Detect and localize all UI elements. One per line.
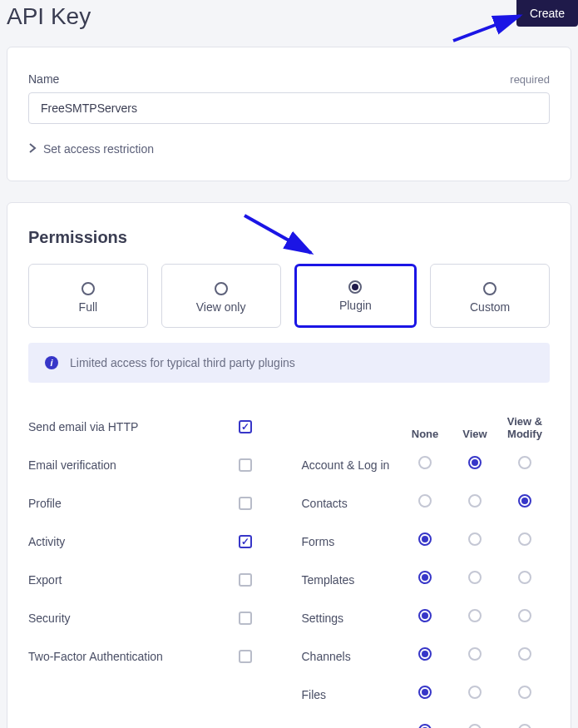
- radio-view_modify[interactable]: [518, 724, 531, 728]
- radio-icon: [483, 282, 496, 295]
- tab-label: Full: [29, 300, 147, 314]
- permission-label: Contacts: [302, 497, 401, 510]
- radio-view_modify[interactable]: [518, 571, 531, 584]
- permission-row: Files: [302, 676, 551, 714]
- permission-row: Profile: [28, 484, 277, 522]
- permission-label: Channels: [302, 650, 401, 663]
- radio-view[interactable]: [468, 494, 482, 508]
- permission-checkbox[interactable]: [239, 497, 252, 510]
- permission-row: Templates: [302, 561, 551, 599]
- radio-icon: [215, 282, 228, 295]
- set-access-restriction-toggle[interactable]: Set access restriction: [28, 142, 550, 156]
- permission-row: Contacts: [302, 484, 551, 522]
- permission-checkbox[interactable]: [239, 612, 252, 625]
- permission-checkbox[interactable]: [239, 573, 252, 587]
- info-icon: i: [45, 356, 58, 369]
- permission-checkbox[interactable]: [239, 535, 252, 548]
- permission-label: Files: [302, 688, 401, 701]
- permission-tab-view-only[interactable]: View only: [161, 264, 281, 328]
- radio-view[interactable]: [468, 647, 482, 661]
- permission-label: Security: [28, 612, 239, 625]
- right-column-header: None View View & Modify: [302, 408, 551, 441]
- radio-none[interactable]: [418, 724, 432, 728]
- tab-label: Plugin: [297, 299, 415, 312]
- permission-label: Templates: [302, 573, 401, 587]
- radio-none[interactable]: [418, 647, 432, 661]
- permission-checkbox[interactable]: [239, 458, 252, 472]
- permission-tab-custom[interactable]: Custom: [430, 264, 550, 328]
- permission-label: Two-Factor Authentication: [28, 650, 239, 663]
- radio-view[interactable]: [468, 456, 482, 469]
- radio-view_modify[interactable]: [518, 532, 531, 546]
- radio-view_modify[interactable]: [518, 456, 531, 469]
- permission-tabs: FullView onlyPluginCustom: [28, 264, 550, 328]
- permission-row: Channels: [302, 637, 551, 676]
- permission-label: Profile: [28, 497, 239, 510]
- info-banner: i Limited access for typical third party…: [28, 343, 550, 383]
- radio-none[interactable]: [418, 609, 432, 622]
- header-none: None: [400, 428, 450, 441]
- permissions-left-column: Send email via HTTPEmail verificationPro…: [28, 408, 277, 728]
- access-restriction-label: Set access restriction: [43, 142, 154, 156]
- radio-view[interactable]: [468, 532, 482, 546]
- permission-row: Activity: [28, 522, 277, 561]
- radio-view_modify[interactable]: [518, 647, 531, 661]
- permission-row: Forms: [302, 522, 551, 561]
- name-label: Name: [28, 72, 59, 86]
- required-indicator: required: [510, 73, 550, 86]
- radio-none[interactable]: [418, 456, 432, 469]
- permission-checkbox[interactable]: [239, 650, 252, 663]
- permission-label: Export: [28, 573, 239, 587]
- permission-row: Email verification: [28, 446, 277, 484]
- permission-label: Forms: [302, 535, 401, 548]
- permission-label: Settings: [302, 612, 401, 625]
- permission-row: Send email via HTTP: [28, 408, 277, 446]
- radio-view_modify[interactable]: [518, 609, 531, 622]
- permissions-card: Permissions FullView onlyPluginCustom i …: [7, 202, 571, 728]
- header-view-modify: View & Modify: [500, 415, 550, 441]
- radio-icon: [82, 282, 95, 295]
- radio-none[interactable]: [418, 494, 432, 508]
- permission-tab-plugin[interactable]: Plugin: [294, 264, 417, 328]
- chevron-right-icon: [28, 142, 37, 156]
- radio-view_modify[interactable]: [518, 686, 531, 699]
- permission-row: Two-Factor Authentication: [28, 637, 277, 676]
- permission-label: Account & Log in: [302, 458, 401, 472]
- radio-view_modify[interactable]: [518, 494, 531, 508]
- permission-row: Billing: [302, 714, 551, 728]
- permission-row: Security: [28, 599, 277, 637]
- permission-label: Activity: [28, 535, 239, 548]
- radio-none[interactable]: [418, 686, 432, 699]
- permissions-right-column: None View View & Modify Account & Log in…: [302, 408, 551, 728]
- permission-row: Account & Log in: [302, 446, 551, 484]
- radio-view[interactable]: [468, 609, 482, 622]
- tab-label: Custom: [431, 300, 549, 314]
- radio-view[interactable]: [468, 724, 482, 728]
- permission-checkbox[interactable]: [239, 420, 252, 433]
- permissions-title: Permissions: [28, 228, 550, 247]
- permission-row: Settings: [302, 599, 551, 637]
- permission-label: Send email via HTTP: [28, 420, 239, 433]
- header-view: View: [450, 428, 500, 441]
- radio-view[interactable]: [468, 686, 482, 699]
- radio-icon: [348, 280, 362, 294]
- tab-label: View only: [162, 300, 280, 314]
- permission-label: Email verification: [28, 458, 239, 472]
- radio-none[interactable]: [418, 571, 432, 584]
- radio-view[interactable]: [468, 571, 482, 584]
- permission-row: Export: [28, 561, 277, 599]
- radio-none[interactable]: [418, 532, 432, 546]
- info-text: Limited access for typical third party p…: [70, 356, 295, 369]
- page-title: API Key: [0, 0, 578, 38]
- create-button[interactable]: Create: [516, 0, 578, 27]
- name-input[interactable]: [28, 92, 550, 124]
- name-card: Name required Set access restriction: [7, 47, 571, 181]
- permission-tab-full[interactable]: Full: [28, 264, 148, 328]
